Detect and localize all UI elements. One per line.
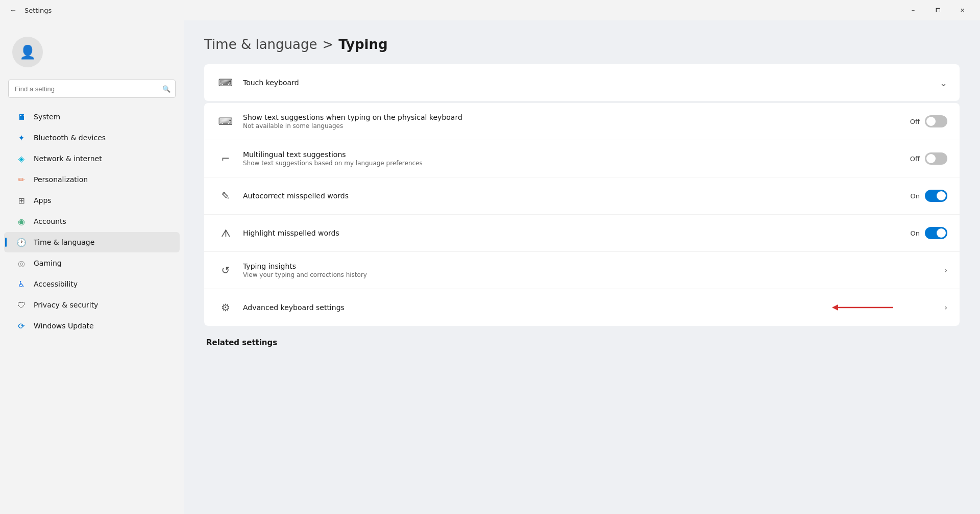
touch-keyboard-control: ⌄ xyxy=(940,78,947,88)
sidebar-item-winupdate[interactable]: ⟳Windows Update xyxy=(4,316,180,336)
advanced-keyboard-title: Advanced keyboard settings xyxy=(243,303,944,312)
window-controls: − ⧠ ✕ xyxy=(901,2,974,18)
text-suggestions-toggle-label: Off xyxy=(910,118,920,125)
highlight-toggle[interactable] xyxy=(925,227,947,239)
breadcrumb: Time & language > Typing xyxy=(204,37,960,52)
winupdate-icon: ⟳ xyxy=(16,321,27,331)
back-button[interactable]: ← xyxy=(6,3,20,17)
privacy-icon: 🛡 xyxy=(16,300,27,310)
text-suggestions-subtitle: Not available in some languages xyxy=(243,122,910,130)
related-settings-title: Related settings xyxy=(204,338,960,347)
highlight-title: Highlight misspelled words xyxy=(243,229,911,237)
breadcrumb-separator: > xyxy=(322,37,333,52)
sidebar-item-personalization[interactable]: ✏Personalization xyxy=(4,169,180,190)
text-suggestions-toggle-knob xyxy=(926,117,936,126)
typing-insights-subtitle: View your typing and corrections history xyxy=(243,271,944,278)
text-suggestions-control: Off xyxy=(910,115,947,127)
setting-row-autocorrect[interactable]: ✎Autocorrect misspelled wordsOn xyxy=(204,177,960,215)
related-settings-section: Related settings xyxy=(204,338,960,347)
accounts-icon: ◉ xyxy=(16,216,27,226)
highlight-toggle-knob xyxy=(937,228,946,238)
typing-insights-chevron-right-icon: › xyxy=(944,266,947,274)
settings-card-typing-settings: ⌨Show text suggestions when typing on th… xyxy=(204,103,960,326)
setting-row-typing-insights[interactable]: ↺Typing insightsView your typing and cor… xyxy=(204,252,960,289)
accessibility-icon: ♿ xyxy=(16,279,27,289)
touch-keyboard-title: Touch keyboard xyxy=(243,79,940,87)
sidebar-item-label-gaming: Gaming xyxy=(34,259,62,267)
highlight-toggle-label: On xyxy=(911,229,920,237)
advanced-keyboard-text: Advanced keyboard settings xyxy=(243,303,944,312)
setting-row-highlight[interactable]: ᗑHighlight misspelled wordsOn xyxy=(204,215,960,252)
autocorrect-title: Autocorrect misspelled words xyxy=(243,192,911,200)
bluetooth-icon: ✦ xyxy=(16,133,27,143)
sidebar-item-label-apps: Apps xyxy=(34,196,52,204)
typing-insights-icon: ↺ xyxy=(216,261,235,279)
setting-row-advanced-keyboard[interactable]: ⚙Advanced keyboard settings› xyxy=(204,289,960,326)
autocorrect-control: On xyxy=(911,190,947,202)
settings-card-touch-keyboard: ⌨Touch keyboard⌄ xyxy=(204,64,960,101)
multilingual-subtitle: Show text suggestions based on my langua… xyxy=(243,160,910,167)
titlebar: ← Settings − ⧠ ✕ xyxy=(0,0,980,20)
sidebar-item-bluetooth[interactable]: ✦Bluetooth & devices xyxy=(4,127,180,148)
autocorrect-toggle-knob xyxy=(937,191,946,200)
sidebar-item-system[interactable]: 🖥System xyxy=(4,107,180,127)
minimize-button[interactable]: − xyxy=(901,2,925,18)
sidebar-item-network[interactable]: ◈Network & internet xyxy=(4,148,180,169)
typing-insights-title: Typing insights xyxy=(243,262,944,270)
autocorrect-toggle[interactable] xyxy=(925,190,947,202)
sidebar-item-accounts[interactable]: ◉Accounts xyxy=(4,211,180,232)
sidebar: 👤 🔍 🖥System✦Bluetooth & devices◈Network … xyxy=(0,20,184,514)
sidebar-item-label-personalization: Personalization xyxy=(34,175,88,184)
typing-insights-text: Typing insightsView your typing and corr… xyxy=(243,262,944,278)
main-content: Time & language > Typing ⌨Touch keyboard… xyxy=(184,20,980,514)
autocorrect-text: Autocorrect misspelled words xyxy=(243,192,911,200)
setting-row-touch-keyboard[interactable]: ⌨Touch keyboard⌄ xyxy=(204,64,960,101)
multilingual-toggle-label: Off xyxy=(910,155,920,163)
app-body: 👤 🔍 🖥System✦Bluetooth & devices◈Network … xyxy=(0,20,980,514)
gaming-icon: ◎ xyxy=(16,258,27,268)
text-suggestions-icon: ⌨ xyxy=(216,112,235,131)
system-icon: 🖥 xyxy=(16,112,27,122)
multilingual-control: Off xyxy=(910,152,947,165)
touch-keyboard-chevron-down-icon: ⌄ xyxy=(940,78,947,88)
apps-icon: ⊞ xyxy=(16,195,27,205)
search-icon: 🔍 xyxy=(162,85,170,93)
autocorrect-icon: ✎ xyxy=(216,187,235,205)
touch-keyboard-text: Touch keyboard xyxy=(243,79,940,87)
avatar[interactable]: 👤 xyxy=(12,37,43,67)
multilingual-text: Multilingual text suggestionsShow text s… xyxy=(243,150,910,167)
network-icon: ◈ xyxy=(16,153,27,164)
maximize-button[interactable]: ⧠ xyxy=(926,2,949,18)
personalization-icon: ✏ xyxy=(16,174,27,185)
close-button[interactable]: ✕ xyxy=(950,2,974,18)
sidebar-item-gaming[interactable]: ◎Gaming xyxy=(4,253,180,273)
highlight-control: On xyxy=(911,227,947,239)
sidebar-item-label-accounts: Accounts xyxy=(34,217,66,225)
touch-keyboard-icon: ⌨ xyxy=(216,73,235,92)
setting-row-text-suggestions[interactable]: ⌨Show text suggestions when typing on th… xyxy=(204,103,960,140)
sidebar-item-label-system: System xyxy=(34,113,60,121)
sidebar-item-label-network: Network & internet xyxy=(34,155,102,163)
multilingual-icon: ⌐ xyxy=(216,149,235,168)
advanced-keyboard-icon: ⚙ xyxy=(216,298,235,317)
sidebar-item-apps[interactable]: ⊞Apps xyxy=(4,190,180,211)
advanced-keyboard-control: › xyxy=(944,303,947,312)
user-avatar-section: 👤 xyxy=(0,29,184,80)
multilingual-toggle[interactable] xyxy=(925,152,947,165)
sidebar-item-accessibility[interactable]: ♿Accessibility xyxy=(4,274,180,294)
multilingual-toggle-knob xyxy=(926,154,936,163)
app-title: Settings xyxy=(24,7,901,14)
sidebar-item-timelang[interactable]: 🕐Time & language xyxy=(4,232,180,252)
typing-insights-control: › xyxy=(944,266,947,274)
highlight-icon: ᗑ xyxy=(216,224,235,242)
search-input[interactable] xyxy=(8,80,176,98)
text-suggestions-toggle[interactable] xyxy=(925,115,947,127)
breadcrumb-parent[interactable]: Time & language xyxy=(204,37,317,52)
setting-row-multilingual[interactable]: ⌐Multilingual text suggestionsShow text … xyxy=(204,140,960,177)
sidebar-item-label-accessibility: Accessibility xyxy=(34,280,78,288)
sidebar-item-label-privacy: Privacy & security xyxy=(34,301,98,309)
sidebar-item-label-winupdate: Windows Update xyxy=(34,322,94,330)
sidebar-item-privacy[interactable]: 🛡Privacy & security xyxy=(4,295,180,315)
sidebar-item-label-bluetooth: Bluetooth & devices xyxy=(34,134,106,142)
advanced-keyboard-chevron-right-icon: › xyxy=(944,303,947,312)
